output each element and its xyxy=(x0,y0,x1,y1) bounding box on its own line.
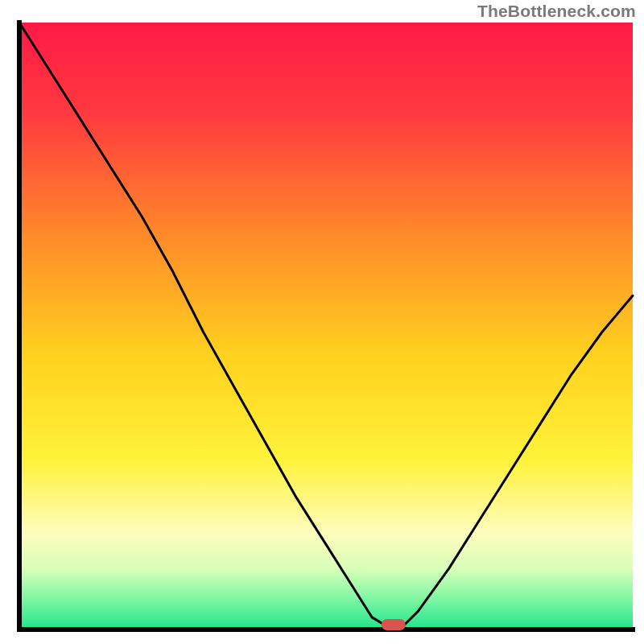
bottleneck-chart xyxy=(0,0,644,644)
optimum-marker xyxy=(382,619,406,630)
watermark-text: TheBottleneck.com xyxy=(477,2,636,21)
chart-container: { "watermark": "TheBottleneck.com", "cha… xyxy=(0,0,644,644)
plot-background xyxy=(19,23,633,630)
